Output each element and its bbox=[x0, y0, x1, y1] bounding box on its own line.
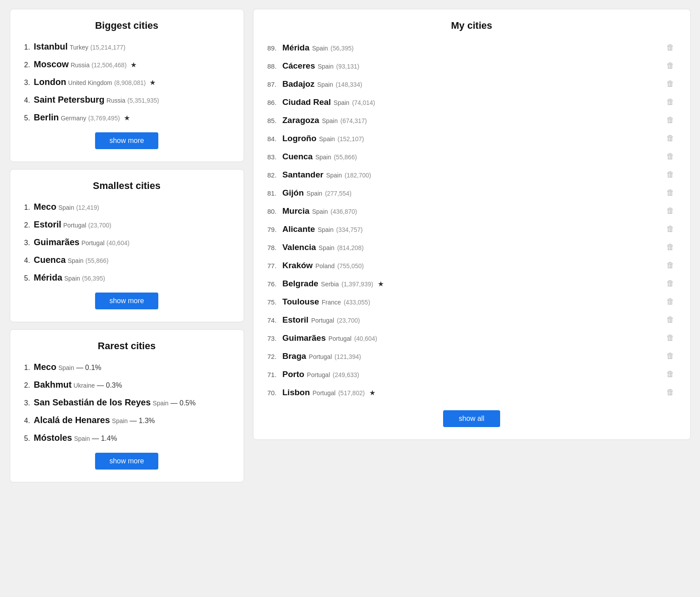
city-pop: (5,351,935) bbox=[127, 97, 159, 104]
city-name: Móstoles bbox=[34, 433, 72, 443]
my-city-info: 76. Belgrade Serbia (1,397,939) ★ bbox=[268, 279, 384, 289]
city-rank: 86. bbox=[268, 99, 280, 106]
city-name: Murcia bbox=[283, 206, 310, 216]
city-pop: (517,802) bbox=[338, 389, 365, 397]
delete-city-button[interactable]: 🗑 bbox=[665, 313, 676, 326]
city-country: United Kingdom bbox=[68, 79, 112, 86]
city-pop: (814,208) bbox=[337, 244, 363, 251]
city-rank: 89. bbox=[268, 44, 280, 52]
city-country: Portugal bbox=[309, 353, 332, 360]
list-item: 2. Bakhmut Ukraine — 0.3% bbox=[24, 378, 230, 391]
delete-city-button[interactable]: 🗑 bbox=[665, 350, 676, 362]
delete-city-button[interactable]: 🗑 bbox=[665, 223, 676, 235]
city-country: Portugal bbox=[329, 335, 352, 342]
rarest-cities-card: Rarest cities 1. Meco Spain — 0.1%2. Bak… bbox=[10, 329, 244, 482]
delete-city-button[interactable]: 🗑 bbox=[665, 259, 676, 272]
city-country: Spain bbox=[322, 117, 338, 124]
city-country: Spain bbox=[306, 190, 322, 197]
my-city-info: 83. Cuenca Spain (55,866) bbox=[268, 152, 357, 162]
city-rank: 5. bbox=[24, 435, 30, 442]
table-row: 79. Alicante Spain (334,757) 🗑 bbox=[268, 220, 676, 238]
delete-city-button[interactable]: 🗑 bbox=[665, 132, 676, 145]
star-icon: ★ bbox=[369, 389, 375, 397]
table-row: 87. Badajoz Spain (148,334) 🗑 bbox=[268, 75, 676, 93]
city-pct: — 1.3% bbox=[130, 417, 155, 424]
delete-city-button[interactable]: 🗑 bbox=[665, 295, 676, 308]
city-country: Spain bbox=[317, 226, 333, 233]
city-pop: (93,131) bbox=[336, 63, 359, 70]
city-rank: 79. bbox=[268, 226, 280, 233]
my-city-info: 78. Valencia Spain (814,208) bbox=[268, 243, 364, 252]
my-city-info: 77. Kraków Poland (755,050) bbox=[268, 261, 364, 270]
city-name: Mérida bbox=[283, 43, 310, 53]
my-city-info: 81. Gijón Spain (277,554) bbox=[268, 188, 352, 198]
list-item: 5. Berlin Germany (3,769,495) ★ bbox=[24, 111, 230, 123]
city-rank: 87. bbox=[268, 81, 280, 88]
city-country: Portugal bbox=[313, 389, 336, 397]
city-name: Braga bbox=[283, 351, 306, 361]
city-pop: (755,050) bbox=[337, 262, 364, 270]
city-pop: (3,769,495) bbox=[88, 115, 120, 122]
delete-city-button[interactable]: 🗑 bbox=[665, 114, 676, 127]
city-rank: 1. bbox=[24, 364, 30, 371]
biggest-cities-list: 1. Istanbul Turkey (15,214,177)2. Moscow… bbox=[24, 40, 230, 123]
delete-city-button[interactable]: 🗑 bbox=[665, 277, 676, 290]
city-rank: 85. bbox=[268, 117, 280, 124]
my-cities-title: My cities bbox=[268, 20, 676, 31]
delete-city-button[interactable]: 🗑 bbox=[665, 186, 676, 199]
delete-city-button[interactable]: 🗑 bbox=[665, 241, 676, 254]
delete-city-button[interactable]: 🗑 bbox=[665, 77, 676, 90]
city-pct: — 0.3% bbox=[97, 381, 122, 389]
list-item: 5. Mérida Spain (56,395) bbox=[24, 271, 230, 284]
delete-city-button[interactable]: 🗑 bbox=[665, 368, 676, 381]
city-country: Spain bbox=[112, 417, 128, 424]
city-pop: (56,395) bbox=[331, 45, 354, 52]
city-country: Portugal bbox=[307, 371, 330, 378]
delete-city-button[interactable]: 🗑 bbox=[665, 204, 676, 217]
my-city-info: 86. Ciudad Real Spain (74,014) bbox=[268, 97, 375, 107]
rarest-show-more-button[interactable]: show more bbox=[95, 453, 158, 470]
city-rank: 74. bbox=[268, 316, 280, 324]
star-icon: ★ bbox=[124, 114, 130, 122]
city-rank: 3. bbox=[24, 79, 30, 86]
city-name: Porto bbox=[283, 370, 305, 379]
city-pop: (334,757) bbox=[336, 226, 363, 233]
city-name: Toulouse bbox=[283, 297, 319, 307]
table-row: 76. Belgrade Serbia (1,397,939) ★ 🗑 bbox=[268, 274, 676, 293]
table-row: 70. Lisbon Portugal (517,802) ★ 🗑 bbox=[268, 383, 676, 401]
city-rank: 4. bbox=[24, 257, 30, 264]
delete-city-button[interactable]: 🗑 bbox=[665, 168, 676, 181]
city-pop: (40,604) bbox=[354, 335, 377, 342]
city-rank: 5. bbox=[24, 114, 30, 122]
city-name: Mérida bbox=[34, 273, 62, 282]
city-country: Spain bbox=[312, 208, 328, 215]
my-city-info: 75. Toulouse France (433,055) bbox=[268, 297, 371, 307]
city-pop: (74,014) bbox=[352, 99, 375, 106]
city-name: Istanbul bbox=[34, 42, 68, 51]
city-country: Spain bbox=[317, 81, 333, 88]
list-item: 3. San Sebastián de los Reyes Spain — 0.… bbox=[24, 396, 230, 408]
list-item: 4. Saint Petersburg Russia (5,351,935) bbox=[24, 93, 230, 106]
table-row: 83. Cuenca Spain (55,866) 🗑 bbox=[268, 147, 676, 166]
city-pop: (1,397,939) bbox=[341, 281, 373, 288]
right-column: My cities 89. Mérida Spain (56,395) 🗑 88… bbox=[253, 9, 691, 482]
my-cities-show-all-button[interactable]: show all bbox=[443, 410, 501, 427]
city-country: Spain bbox=[58, 364, 74, 371]
city-country: Spain bbox=[319, 135, 335, 143]
delete-city-button[interactable]: 🗑 bbox=[665, 331, 676, 344]
city-pct: — 0.1% bbox=[76, 364, 101, 371]
biggest-show-more-button[interactable]: show more bbox=[95, 132, 158, 149]
list-item: 2. Estoril Portugal (23,700) bbox=[24, 218, 230, 231]
city-rank: 5. bbox=[24, 274, 30, 282]
my-city-info: 84. Logroño Spain (152,107) bbox=[268, 134, 364, 143]
delete-city-button[interactable]: 🗑 bbox=[665, 386, 676, 399]
city-name: Meco bbox=[34, 362, 56, 372]
delete-city-button[interactable]: 🗑 bbox=[665, 59, 676, 72]
city-pop: (148,334) bbox=[336, 81, 362, 88]
city-name: Moscow bbox=[34, 59, 69, 69]
smallest-show-more-button[interactable]: show more bbox=[95, 293, 158, 309]
city-pop: (436,870) bbox=[331, 208, 357, 215]
delete-city-button[interactable]: 🗑 bbox=[665, 150, 676, 163]
delete-city-button[interactable]: 🗑 bbox=[665, 96, 676, 108]
delete-city-button[interactable]: 🗑 bbox=[665, 41, 676, 54]
